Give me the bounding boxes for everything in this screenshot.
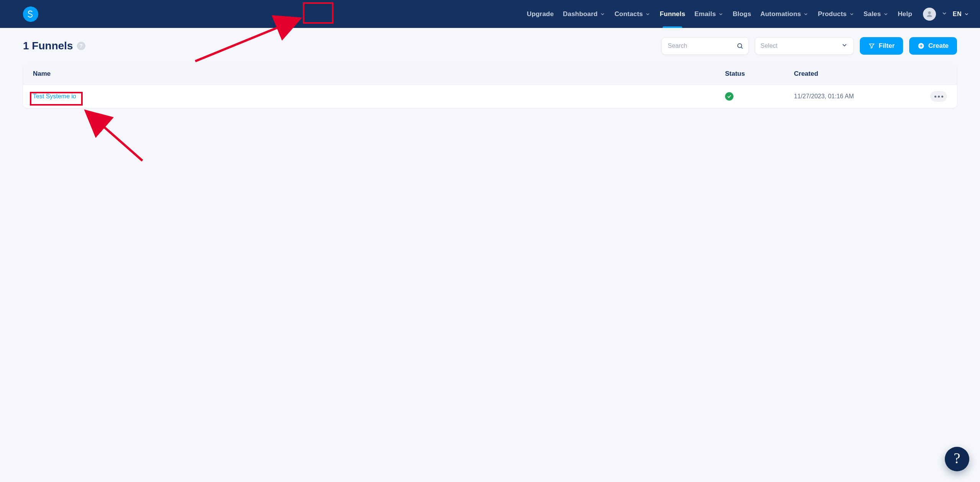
search-button[interactable] — [734, 40, 746, 52]
nav-emails[interactable]: Emails — [694, 0, 724, 28]
nav-label: Contacts — [614, 10, 643, 18]
search-icon — [737, 42, 743, 50]
page-title: 1 Funnels — [23, 40, 73, 52]
button-label: Filter — [879, 42, 895, 50]
chevron-down-icon — [600, 11, 605, 17]
table-row: Test Systeme io 11/27/2023, 01:16 AM — [23, 85, 957, 108]
page-header: 1 Funnels ? Select Filter — [23, 37, 957, 55]
nav-label: Products — [818, 10, 846, 18]
col-name: Name — [33, 70, 725, 78]
filter-button[interactable]: Filter — [860, 37, 903, 55]
cell-actions — [909, 91, 947, 102]
row-actions-button[interactable] — [930, 91, 947, 102]
chevron-down-icon — [849, 11, 854, 17]
nav-label: Help — [898, 10, 912, 18]
brand-logo[interactable] — [23, 7, 38, 22]
language-switcher[interactable]: EN — [953, 11, 969, 18]
help-icon: ? — [947, 449, 967, 469]
nav-label: Funnels — [660, 10, 685, 18]
chevron-down-icon — [803, 11, 808, 17]
user-icon — [925, 10, 934, 18]
cell-name: Test Systeme io — [33, 93, 725, 100]
svg-text:?: ? — [954, 450, 960, 466]
cell-status — [725, 92, 794, 101]
col-created: Created — [794, 70, 909, 78]
svg-line-1 — [741, 47, 742, 48]
toolbar: Select Filter Create — [662, 37, 957, 55]
nav-label: Emails — [694, 10, 716, 18]
nav-dashboard[interactable]: Dashboard — [562, 0, 606, 28]
page-content: 1 Funnels ? Select Filter — [0, 28, 980, 108]
select-placeholder: Select — [761, 42, 777, 49]
svg-point-0 — [738, 44, 742, 48]
nav-blogs[interactable]: Blogs — [732, 0, 752, 28]
nav-sales[interactable]: Sales — [863, 0, 889, 28]
nav-label: Blogs — [733, 10, 751, 18]
create-button[interactable]: Create — [909, 37, 957, 55]
dot-icon — [934, 96, 936, 98]
brand-logo-icon — [26, 10, 35, 18]
nav-products[interactable]: Products — [817, 0, 855, 28]
search-field — [662, 37, 749, 55]
dot-icon — [938, 96, 940, 98]
cell-created: 11/27/2023, 01:16 AM — [794, 93, 909, 100]
plus-circle-icon — [918, 42, 924, 49]
funnels-table: Name Status Created Test Systeme io 11/2… — [23, 63, 957, 108]
nav-help[interactable]: Help — [897, 0, 913, 28]
nav-funnels[interactable]: Funnels — [659, 0, 686, 28]
button-label: Create — [928, 42, 949, 50]
nav-upgrade[interactable]: Upgrade — [526, 0, 554, 28]
user-menu-toggle[interactable] — [941, 10, 947, 18]
topbar-right: EN — [923, 8, 969, 21]
nav-contacts[interactable]: Contacts — [614, 0, 651, 28]
filter-icon — [868, 42, 875, 49]
col-status: Status — [725, 70, 794, 78]
nav-label: Upgrade — [527, 10, 554, 18]
language-label: EN — [953, 11, 962, 18]
svg-line-6 — [86, 111, 142, 161]
chevron-down-icon — [645, 11, 650, 17]
status-ok-icon — [725, 92, 733, 101]
chevron-down-icon — [883, 11, 889, 17]
help-fab[interactable]: ? — [945, 447, 969, 471]
nav-label: Automations — [760, 10, 801, 18]
nav-label: Dashboard — [563, 10, 598, 18]
chevron-down-icon — [964, 11, 969, 17]
chevron-down-icon — [718, 11, 724, 17]
chevron-down-icon — [841, 42, 848, 50]
table-header: Name Status Created — [23, 63, 957, 85]
title-wrap: 1 Funnels ? — [23, 40, 85, 52]
funnel-name-link[interactable]: Test Systeme io — [33, 93, 76, 99]
primary-nav: Upgrade Dashboard Contacts Funnels Email… — [526, 0, 913, 28]
top-navbar: Upgrade Dashboard Contacts Funnels Email… — [0, 0, 980, 28]
filter-select[interactable]: Select — [755, 37, 854, 55]
dot-icon — [941, 96, 943, 98]
nav-label: Sales — [864, 10, 881, 18]
nav-automations[interactable]: Automations — [760, 0, 809, 28]
page-help-button[interactable]: ? — [77, 42, 85, 50]
user-avatar[interactable] — [923, 8, 936, 21]
